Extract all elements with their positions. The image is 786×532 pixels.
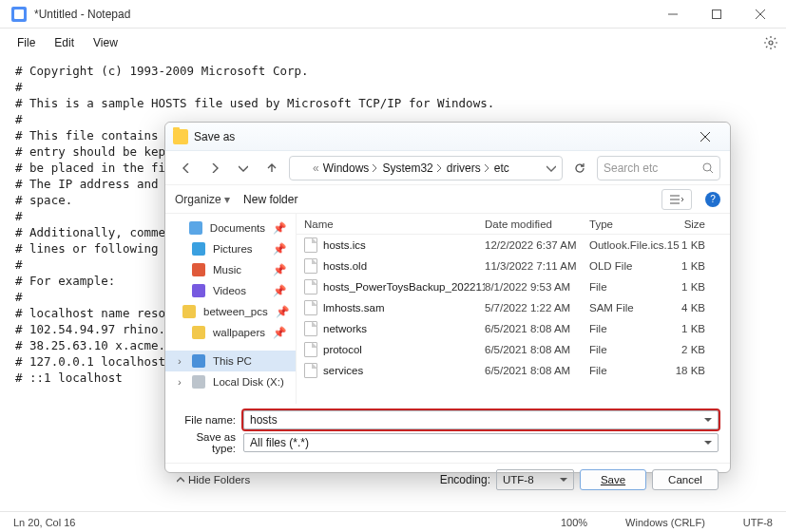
pin-icon: 📌: [273, 284, 286, 297]
toolbar-row: Organize ▾ New folder ?: [165, 185, 730, 214]
status-lineending: Windows (CRLF): [625, 517, 705, 528]
sidebar-item[interactable]: wallpapers📌: [165, 322, 296, 343]
disk-icon: [192, 375, 205, 389]
folder-icon: [192, 284, 205, 297]
help-button[interactable]: ?: [705, 192, 720, 207]
pin-icon: 📌: [276, 305, 289, 318]
file-icon: [304, 342, 317, 357]
menu-view[interactable]: View: [84, 32, 127, 53]
file-list-header[interactable]: Name Date modified Type Size: [297, 214, 730, 235]
sidebar-item[interactable]: Music📌: [165, 259, 296, 280]
maximize-button[interactable]: [695, 0, 738, 28]
minimize-button[interactable]: [651, 0, 695, 28]
chevron-right-icon[interactable]: ›: [175, 376, 184, 388]
file-icon: [304, 258, 317, 274]
pin-icon: 📌: [273, 221, 286, 235]
recent-dropdown-button[interactable]: [232, 157, 255, 180]
file-icon: [304, 363, 317, 378]
column-type[interactable]: Type: [589, 218, 671, 230]
view-mode-button[interactable]: [661, 189, 692, 210]
filename-label: File name:: [177, 414, 243, 426]
folder-icon: [192, 326, 205, 339]
search-input[interactable]: Search etc: [597, 156, 720, 180]
sidebar-this-pc[interactable]: › This PC: [165, 351, 296, 371]
menu-file[interactable]: File: [8, 32, 45, 53]
sidebar-item[interactable]: between_pcs📌: [165, 301, 296, 322]
file-row[interactable]: networks6/5/2021 8:08 AMFile1 KB: [297, 318, 730, 339]
sidebar-item[interactable]: Pictures📌: [165, 238, 296, 259]
savetype-label: Save as type:: [177, 431, 243, 454]
file-row[interactable]: hosts_PowerToysBackup_202211030711348/1/…: [297, 276, 730, 297]
file-row[interactable]: hosts.ics12/2/2022 6:37 AMOutlook.File.i…: [297, 235, 730, 256]
menu-edit[interactable]: Edit: [45, 32, 84, 53]
pc-icon: [192, 354, 205, 368]
save-as-dialog: Save as « Windows System32 drivers etc S…: [164, 122, 731, 473]
titlebar: *Untitled - Notepad: [0, 0, 786, 28]
sidebar-local-disk[interactable]: › Local Disk (X:): [165, 371, 296, 392]
folder-icon: [182, 305, 196, 318]
svg-rect-1: [713, 10, 721, 18]
chevron-up-icon: [177, 476, 184, 484]
statusbar: Ln 20, Col 16 100% Windows (CRLF) UTF-8: [0, 511, 786, 532]
menubar: File Edit View: [0, 28, 786, 57]
breadcrumb-item: etc: [494, 162, 509, 175]
new-folder-button[interactable]: New folder: [243, 193, 297, 206]
cancel-button[interactable]: Cancel: [652, 469, 719, 490]
pin-icon: 📌: [273, 242, 286, 256]
dialog-title: Save as: [194, 130, 688, 143]
column-size[interactable]: Size: [671, 218, 722, 230]
file-list: Name Date modified Type Size hosts.ics12…: [297, 214, 730, 404]
dialog-close-button[interactable]: [688, 125, 722, 148]
status-position: Ln 20, Col 16: [13, 517, 75, 528]
up-button[interactable]: [260, 157, 283, 180]
column-date[interactable]: Date modified: [485, 218, 589, 230]
column-name[interactable]: Name: [304, 218, 485, 230]
file-icon: [304, 321, 317, 336]
organize-dropdown[interactable]: Organize ▾: [175, 193, 230, 206]
filename-input[interactable]: hosts: [243, 410, 719, 429]
savetype-select[interactable]: All files (*.*): [243, 433, 719, 452]
refresh-button[interactable]: [568, 157, 591, 180]
sidebar-item[interactable]: Documents📌: [165, 218, 296, 238]
file-row[interactable]: protocol6/5/2021 8:08 AMFile2 KB: [297, 339, 730, 360]
sidebar: Documents📌Pictures📌Music📌Videos📌between_…: [165, 214, 297, 404]
close-button[interactable]: [738, 0, 782, 28]
settings-gear-icon[interactable]: [763, 35, 778, 50]
breadcrumb-item: Windows: [323, 162, 379, 175]
encoding-select[interactable]: UTF-8: [496, 469, 574, 490]
window-title: *Untitled - Notepad: [34, 8, 651, 21]
hide-folders-toggle[interactable]: Hide Folders: [177, 474, 250, 485]
pin-icon: 📌: [273, 326, 286, 339]
chevron-right-icon[interactable]: ›: [175, 355, 184, 367]
file-icon: [304, 300, 317, 315]
back-button[interactable]: [175, 157, 198, 180]
svg-point-7: [703, 163, 711, 171]
dialog-titlebar: Save as: [165, 123, 730, 151]
folder-icon: [189, 221, 202, 235]
search-icon: [702, 162, 714, 174]
breadcrumb-item: System32: [382, 162, 442, 175]
svg-point-4: [769, 41, 773, 45]
folder-icon: [173, 129, 188, 144]
chevron-down-icon[interactable]: [546, 163, 556, 173]
file-row[interactable]: hosts.old11/3/2022 7:11 AMOLD File1 KB: [297, 256, 730, 276]
forward-button[interactable]: [203, 157, 226, 180]
status-encoding: UTF-8: [743, 517, 773, 528]
folder-icon: [296, 162, 309, 174]
pin-icon: 📌: [273, 263, 286, 276]
search-placeholder: Search etc: [604, 162, 702, 175]
svg-line-8: [710, 170, 713, 173]
status-zoom: 100%: [561, 517, 587, 528]
notepad-icon: [11, 7, 27, 22]
encoding-label: Encoding:: [440, 473, 490, 486]
address-bar[interactable]: « Windows System32 drivers etc: [289, 156, 563, 180]
save-button[interactable]: Save: [580, 469, 646, 490]
folder-icon: [192, 263, 205, 276]
navigation-row: « Windows System32 drivers etc Search et…: [165, 151, 730, 185]
file-icon: [304, 279, 317, 294]
file-icon: [304, 238, 317, 253]
breadcrumb-item: drivers: [447, 162, 490, 175]
file-row[interactable]: lmhosts.sam5/7/2022 1:22 AMSAM File4 KB: [297, 297, 730, 318]
sidebar-item[interactable]: Videos📌: [165, 280, 296, 301]
file-row[interactable]: services6/5/2021 8:08 AMFile18 KB: [297, 360, 730, 381]
